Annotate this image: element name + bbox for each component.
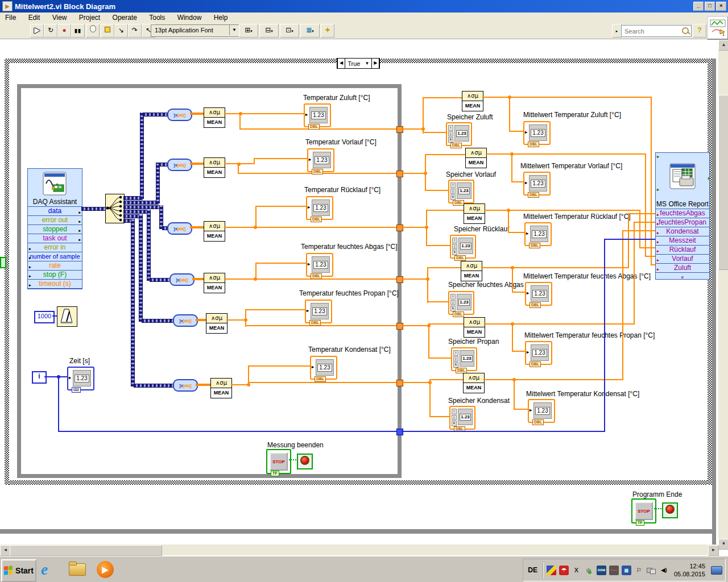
loop-condition-terminal[interactable] bbox=[297, 454, 313, 469]
previous-case-icon[interactable]: ◀ bbox=[337, 59, 345, 68]
daq-assistant-node[interactable]: DAQ Assistant data▸ error out▸ stopped▸ … bbox=[27, 168, 82, 289]
indicator-label[interactable]: Speicher Zuluft bbox=[447, 113, 493, 121]
convert-from-dynamic-node[interactable]: ]x[ab(] bbox=[167, 222, 192, 235]
menu-file[interactable]: File bbox=[0, 13, 21, 23]
step-over-icon[interactable]: ↷ bbox=[128, 24, 142, 38]
menu-edit[interactable]: Edit bbox=[23, 13, 46, 23]
vi-icon[interactable]: 1 bbox=[707, 16, 728, 40]
tray-volume-icon[interactable]: ◀) bbox=[659, 566, 669, 575]
vertical-scrollbar[interactable]: ▲ ▼ bbox=[718, 40, 728, 550]
mean-node[interactable]: ∧σμMEAN bbox=[461, 261, 482, 281]
mean-node[interactable]: ∧σμMEAN bbox=[204, 107, 225, 128]
highlight-execution-icon[interactable] bbox=[86, 24, 100, 38]
tray-software-icon[interactable]: ▦ bbox=[622, 566, 631, 575]
reorder-objects-icon[interactable]: ≣▾ bbox=[300, 24, 320, 38]
convert-from-dynamic-node[interactable]: ]x[ab(] bbox=[167, 159, 192, 171]
run-continuously-icon[interactable]: ↻ bbox=[44, 24, 57, 38]
align-objects-icon[interactable]: ⊞▾ bbox=[239, 24, 258, 38]
indicator-label[interactable]: Speicher Vorlauf bbox=[446, 171, 496, 178]
numeric-indicator-terminal[interactable]: ▸1.23DBL bbox=[306, 253, 333, 277]
abort-button-icon[interactable]: ● bbox=[57, 24, 71, 38]
tray-x-server-icon[interactable]: X bbox=[572, 566, 581, 575]
search-box[interactable] bbox=[621, 25, 692, 37]
daq-terminal-number-of-sample[interactable]: number of sample bbox=[30, 253, 80, 260]
mean-node[interactable]: ∧σμMEAN bbox=[462, 91, 483, 111]
tray-flag-icon[interactable]: ⚐ bbox=[634, 566, 644, 575]
menu-project[interactable]: Project bbox=[74, 13, 105, 23]
mean-node[interactable]: ∧σμMEAN bbox=[464, 317, 485, 338]
font-dropdown-arrow-icon[interactable]: ▼ bbox=[229, 25, 239, 35]
report-terminal-ruecklauf[interactable]: Rücklauf bbox=[669, 246, 696, 253]
mean-node[interactable]: ∧σμMEAN bbox=[206, 313, 228, 334]
numeric-indicator-terminal[interactable]: ▸1.23DBL bbox=[310, 356, 337, 380]
tray-dsm-icon[interactable]: DSM bbox=[597, 566, 606, 575]
convert-from-dynamic-node[interactable]: ]x[ab(] bbox=[173, 314, 198, 327]
scroll-right-icon[interactable]: ► bbox=[708, 545, 719, 556]
report-terminal-vorlauf[interactable]: Vorlauf bbox=[672, 255, 693, 263]
minimize-button[interactable]: _ bbox=[693, 2, 704, 11]
mean-node[interactable]: ∧σμMEAN bbox=[204, 157, 225, 178]
convert-from-dynamic-node[interactable]: ]x[ab(] bbox=[173, 379, 198, 392]
mean-node[interactable]: ∧σμMEAN bbox=[210, 378, 232, 398]
convert-from-dynamic-node[interactable]: ]x[ab(] bbox=[167, 109, 192, 121]
loop-condition-terminal[interactable] bbox=[662, 502, 678, 518]
internet-explorer-icon[interactable]: e bbox=[41, 561, 58, 578]
tray-display-settings-icon[interactable] bbox=[547, 566, 556, 575]
report-terminal-messzeit[interactable]: Messzeit bbox=[669, 236, 696, 244]
numeric-indicator-terminal[interactable]: ▸1.23DBL bbox=[306, 196, 333, 220]
daq-terminal-data[interactable]: data bbox=[48, 207, 61, 215]
stop-button-terminal[interactable]: STOPTF bbox=[631, 498, 656, 523]
numeric-indicator-terminal[interactable]: ▸1.23DBL bbox=[304, 103, 331, 127]
report-terminal-feuchtesabgas[interactable]: feuchtesAbgas bbox=[660, 209, 705, 217]
menu-operate[interactable]: Operate bbox=[107, 13, 142, 23]
block-diagram-canvas[interactable]: ◀ True ▼ ▶ DAQ Assistant data▸ error out… bbox=[0, 40, 718, 544]
indicator-label[interactable]: Temperatur feuchtes Propan [°C] bbox=[299, 289, 399, 297]
mean-node[interactable]: ∧σμMEAN bbox=[465, 148, 487, 168]
array-indicator-terminal[interactable]: ijk1.23DBL bbox=[449, 406, 475, 430]
mean-node[interactable]: ∧σμMEAN bbox=[463, 373, 485, 393]
report-terminal-feuchtespropan[interactable]: feuchtesPropan bbox=[659, 218, 706, 226]
menu-view[interactable]: View bbox=[47, 13, 72, 23]
indicator-label[interactable]: Mittelwert Temperatur Rücklauf [°C] bbox=[523, 213, 631, 221]
mean-node[interactable]: ∧σμMEAN bbox=[204, 273, 225, 293]
indicator-label[interactable]: Temperatur Zuluft [°C] bbox=[303, 94, 370, 102]
stop-button-terminal[interactable]: STOPTF bbox=[266, 449, 291, 474]
menu-help[interactable]: Help bbox=[209, 13, 233, 23]
media-player-icon[interactable]: ▶ bbox=[97, 561, 114, 578]
case-dropdown-icon[interactable]: ▼ bbox=[362, 61, 371, 66]
indicator-label[interactable]: Mittelwert Temperatur feuchtes Abgas [°C… bbox=[523, 272, 651, 280]
convert-from-dynamic-node[interactable]: ]x[ab(] bbox=[169, 273, 195, 286]
control-label[interactable]: Programm Ende bbox=[632, 490, 682, 498]
next-case-icon[interactable]: ▶ bbox=[371, 59, 379, 68]
numeric-indicator-terminal[interactable]: ▸1.23DBL bbox=[305, 300, 332, 323]
split-signals-node[interactable] bbox=[105, 194, 125, 223]
tray-antivirus-umbrella-icon[interactable]: ☂ bbox=[559, 566, 569, 575]
menu-window[interactable]: Window bbox=[172, 13, 207, 23]
expand-node-chevron-icon[interactable]: » bbox=[656, 272, 709, 280]
loop-iteration-terminal[interactable]: i bbox=[32, 371, 47, 384]
case-selector[interactable]: ◀ True ▼ ▶ bbox=[337, 58, 380, 69]
daq-terminal-stop[interactable]: stop (F) bbox=[43, 271, 67, 278]
tray-network-icon[interactable] bbox=[647, 566, 656, 575]
pause-button-icon[interactable]: ▮▮ bbox=[71, 24, 85, 38]
clean-up-diagram-icon[interactable]: ✦ bbox=[321, 24, 334, 38]
scroll-up-icon[interactable]: ▲ bbox=[718, 40, 728, 51]
indicator-label[interactable]: Speicher Kondensat bbox=[448, 397, 510, 405]
numeric-indicator-terminal[interactable]: ▸1.23DBL bbox=[524, 222, 552, 246]
start-button[interactable]: Start bbox=[1, 559, 36, 582]
indicator-label[interactable]: Temperatur Kondensat [°C] bbox=[308, 346, 391, 354]
indicator-label[interactable]: Temperatur Rücklauf [°C] bbox=[304, 186, 380, 194]
scroll-down-icon[interactable]: ▼ bbox=[718, 539, 728, 550]
mean-node[interactable]: ∧σμMEAN bbox=[464, 203, 485, 224]
numeric-indicator-terminal[interactable]: ▸1.23DBL bbox=[307, 148, 334, 172]
indicator-label[interactable]: Temperatur feuchtes Abgas [°C] bbox=[301, 243, 398, 251]
wait-ms-node[interactable] bbox=[57, 306, 77, 327]
restore-button[interactable]: □ bbox=[705, 2, 715, 11]
indicator-label[interactable]: Mittelwert Temperatur Kondensat [°C] bbox=[526, 390, 639, 398]
daq-terminal-task-out[interactable]: task out bbox=[43, 234, 67, 242]
daq-terminal-rate[interactable]: rate bbox=[49, 261, 61, 269]
run-button-icon[interactable]: ▶ bbox=[30, 24, 44, 38]
retain-wire-values-icon[interactable] bbox=[101, 24, 114, 38]
ms-office-report-node[interactable]: ▸ ▸ ▸ MS Office Report ▸feuchtesAbgas ▸f… bbox=[655, 152, 710, 280]
indicator-label[interactable]: Speicher Rücklauf bbox=[454, 225, 509, 233]
